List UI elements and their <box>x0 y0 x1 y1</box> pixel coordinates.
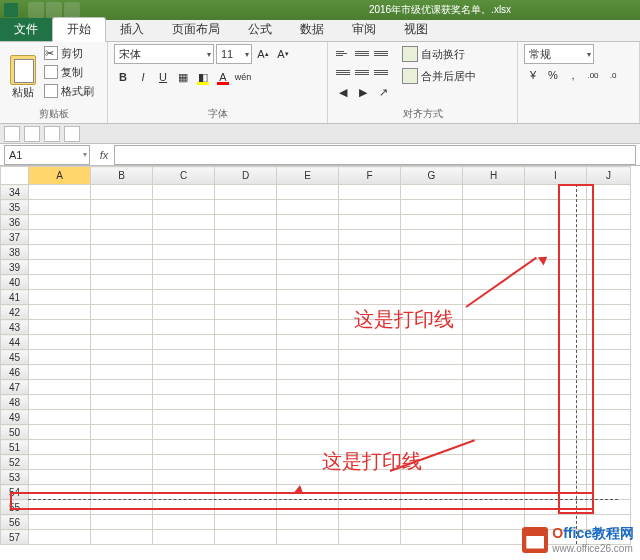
wrap-text-button[interactable]: 自动换行 <box>402 44 476 64</box>
fill-color-button[interactable]: ◧ <box>194 68 212 86</box>
cell-F38[interactable] <box>339 245 401 260</box>
cell-C40[interactable] <box>153 275 215 290</box>
tab-insert[interactable]: 插入 <box>106 18 158 41</box>
cell-G40[interactable] <box>401 275 463 290</box>
spreadsheet-grid[interactable]: ABCDEFGHIJ343536373839404142434445464748… <box>0 166 640 545</box>
cell-B36[interactable] <box>91 215 153 230</box>
cell-G57[interactable] <box>401 530 463 545</box>
row-header-41[interactable]: 41 <box>1 290 29 305</box>
cell-B39[interactable] <box>91 260 153 275</box>
tab-review[interactable]: 审阅 <box>338 18 390 41</box>
cell-E49[interactable] <box>277 410 339 425</box>
name-box[interactable]: A1 <box>4 145 90 165</box>
cell-G38[interactable] <box>401 245 463 260</box>
cell-G46[interactable] <box>401 365 463 380</box>
row-header-42[interactable]: 42 <box>1 305 29 320</box>
cell-B46[interactable] <box>91 365 153 380</box>
cell-H57[interactable] <box>463 530 525 545</box>
cell-B34[interactable] <box>91 185 153 200</box>
cell-G35[interactable] <box>401 200 463 215</box>
cell-G50[interactable] <box>401 425 463 440</box>
bold-button[interactable]: B <box>114 68 132 86</box>
cell-G41[interactable] <box>401 290 463 305</box>
undo-icon[interactable] <box>46 2 62 18</box>
cell-G37[interactable] <box>401 230 463 245</box>
cell-E35[interactable] <box>277 200 339 215</box>
cell-A44[interactable] <box>29 335 91 350</box>
cell-B38[interactable] <box>91 245 153 260</box>
cell-E40[interactable] <box>277 275 339 290</box>
italic-button[interactable]: I <box>134 68 152 86</box>
row-header-39[interactable]: 39 <box>1 260 29 275</box>
cell-A35[interactable] <box>29 200 91 215</box>
cell-E36[interactable] <box>277 215 339 230</box>
cell-H47[interactable] <box>463 380 525 395</box>
cell-B42[interactable] <box>91 305 153 320</box>
row-header-51[interactable]: 51 <box>1 440 29 455</box>
cell-B35[interactable] <box>91 200 153 215</box>
cell-G47[interactable] <box>401 380 463 395</box>
cell-E42[interactable] <box>277 305 339 320</box>
cell-D50[interactable] <box>215 425 277 440</box>
cell-H38[interactable] <box>463 245 525 260</box>
cell-D46[interactable] <box>215 365 277 380</box>
select-all-corner[interactable] <box>1 167 29 185</box>
fx-button[interactable]: fx <box>94 149 114 161</box>
row-header-43[interactable]: 43 <box>1 320 29 335</box>
cell-B47[interactable] <box>91 380 153 395</box>
cell-H56[interactable] <box>463 515 525 530</box>
font-size-combo[interactable]: 11 <box>216 44 252 64</box>
cell-B37[interactable] <box>91 230 153 245</box>
number-format-combo[interactable]: 常规 <box>524 44 594 64</box>
cell-D52[interactable] <box>215 455 277 470</box>
cell-F44[interactable] <box>339 335 401 350</box>
cell-C39[interactable] <box>153 260 215 275</box>
cell-B50[interactable] <box>91 425 153 440</box>
cell-B57[interactable] <box>91 530 153 545</box>
cell-A46[interactable] <box>29 365 91 380</box>
cell-A34[interactable] <box>29 185 91 200</box>
font-name-combo[interactable]: 宋体 <box>114 44 214 64</box>
cell-A56[interactable] <box>29 515 91 530</box>
cell-A52[interactable] <box>29 455 91 470</box>
cell-C50[interactable] <box>153 425 215 440</box>
cell-F56[interactable] <box>339 515 401 530</box>
cell-D53[interactable] <box>215 470 277 485</box>
cell-G36[interactable] <box>401 215 463 230</box>
border-button[interactable]: ▦ <box>174 68 192 86</box>
cell-D37[interactable] <box>215 230 277 245</box>
cell-F35[interactable] <box>339 200 401 215</box>
cell-H34[interactable] <box>463 185 525 200</box>
cell-G56[interactable] <box>401 515 463 530</box>
cell-H37[interactable] <box>463 230 525 245</box>
merge-center-button[interactable]: 合并后居中 <box>402 66 476 86</box>
cell-E50[interactable] <box>277 425 339 440</box>
align-center[interactable] <box>353 63 371 81</box>
cell-G49[interactable] <box>401 410 463 425</box>
row-header-34[interactable]: 34 <box>1 185 29 200</box>
cell-A39[interactable] <box>29 260 91 275</box>
cell-H35[interactable] <box>463 200 525 215</box>
cell-A47[interactable] <box>29 380 91 395</box>
cell-D57[interactable] <box>215 530 277 545</box>
cell-C38[interactable] <box>153 245 215 260</box>
cell-C47[interactable] <box>153 380 215 395</box>
row-header-47[interactable]: 47 <box>1 380 29 395</box>
cell-E45[interactable] <box>277 350 339 365</box>
cell-C45[interactable] <box>153 350 215 365</box>
cell-C56[interactable] <box>153 515 215 530</box>
cell-B40[interactable] <box>91 275 153 290</box>
cell-F36[interactable] <box>339 215 401 230</box>
cell-E57[interactable] <box>277 530 339 545</box>
cell-D35[interactable] <box>215 200 277 215</box>
cell-A42[interactable] <box>29 305 91 320</box>
row-header-46[interactable]: 46 <box>1 365 29 380</box>
column-header-F[interactable]: F <box>339 167 401 185</box>
tab-view[interactable]: 视图 <box>390 18 442 41</box>
cell-D34[interactable] <box>215 185 277 200</box>
cell-D36[interactable] <box>215 215 277 230</box>
cell-B53[interactable] <box>91 470 153 485</box>
cell-C46[interactable] <box>153 365 215 380</box>
align-top-right[interactable] <box>372 44 390 62</box>
cell-A40[interactable] <box>29 275 91 290</box>
